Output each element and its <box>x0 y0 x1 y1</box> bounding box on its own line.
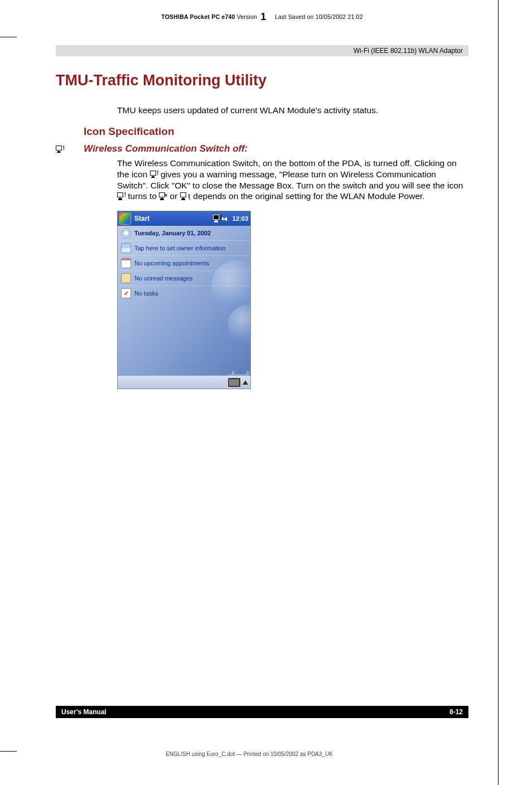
running-header: TOSHIBA Pocket PC e740 Version 1 Last Sa… <box>56 11 468 23</box>
switch-off-row: Wireless Communication Switch off: <box>56 143 468 154</box>
body-text-1b: gives you a warning message, "Please tur… <box>117 169 463 190</box>
monitor-x-icon <box>159 192 167 200</box>
appointments-text: No upcoming appointments <box>134 260 209 266</box>
task-icon <box>121 288 131 298</box>
pda-owner-row[interactable]: Tap here to set owner information <box>118 241 250 256</box>
saved-timestamp: Last Saved on 10/05/2002 21:02 <box>275 13 363 20</box>
section-bar: Wi-Fi (IEEE 802.11b) WLAN Adaptor <box>56 45 468 56</box>
page-title: TMU-Traffic Monitoring Utility <box>56 72 468 89</box>
pda-screenshot: Start 12:03 Tuesday, January 01, 2002 Ta… <box>117 211 251 389</box>
footer-bar: User's Manual 8-12 <box>56 706 468 718</box>
clock-time[interactable]: 12:03 <box>233 215 248 222</box>
keyboard-icon[interactable] <box>228 378 240 387</box>
start-label[interactable]: Start <box>132 215 213 222</box>
monitor-alert-icon <box>117 192 125 200</box>
body-text-1e: , depends on the original setting for th… <box>188 191 425 201</box>
crop-mark <box>498 0 499 785</box>
version-label: Version <box>237 13 257 20</box>
footer-left: User's Manual <box>61 708 107 716</box>
product-name: TOSHIBA Pocket PC e740 <box>161 13 235 20</box>
page-content: TOSHIBA Pocket PC e740 Version 1 Last Sa… <box>56 11 468 389</box>
speaker-icon[interactable] <box>224 215 230 222</box>
wlan-status-icon[interactable] <box>213 215 221 222</box>
owner-icon <box>121 243 131 253</box>
version-number: 1 <box>259 11 268 22</box>
pda-bottombar <box>118 375 250 389</box>
body-paragraph: The Wireless Communication Switch, on th… <box>117 158 468 202</box>
message-icon <box>121 273 131 283</box>
pda-titlebar: Start 12:03 <box>118 211 250 226</box>
crop-mark <box>0 37 17 37</box>
tasks-text: No tasks <box>134 290 158 297</box>
titlebar-icons: 12:03 <box>213 215 250 222</box>
icon-spec-heading: Icon Specification <box>84 125 468 138</box>
clock-icon <box>121 228 131 238</box>
footer-page-number: 8-12 <box>449 708 463 716</box>
monitor-alert-icon <box>150 171 158 178</box>
messages-text: No unread messages <box>134 275 193 282</box>
intro-text: TMU keeps users updated of current WLAN … <box>117 105 468 117</box>
switch-off-heading: Wireless Communication Switch off: <box>84 143 248 154</box>
print-footer: ENGLISH using Euro_C.dot — Printed on 10… <box>0 751 499 757</box>
pda-date-row[interactable]: Tuesday, January 01, 2002 <box>118 226 250 241</box>
calendar-icon <box>121 258 131 268</box>
owner-text: Tap here to set owner information <box>134 245 225 251</box>
date-text: Tuesday, January 01, 2002 <box>134 230 211 236</box>
windows-flag-icon[interactable] <box>119 212 131 225</box>
body-text-1d: or <box>167 191 180 201</box>
body-text-1c: turns to <box>125 191 159 201</box>
up-arrow-icon[interactable] <box>243 380 248 385</box>
switch-off-icon <box>56 143 84 154</box>
monitor-wave-icon <box>180 192 188 200</box>
